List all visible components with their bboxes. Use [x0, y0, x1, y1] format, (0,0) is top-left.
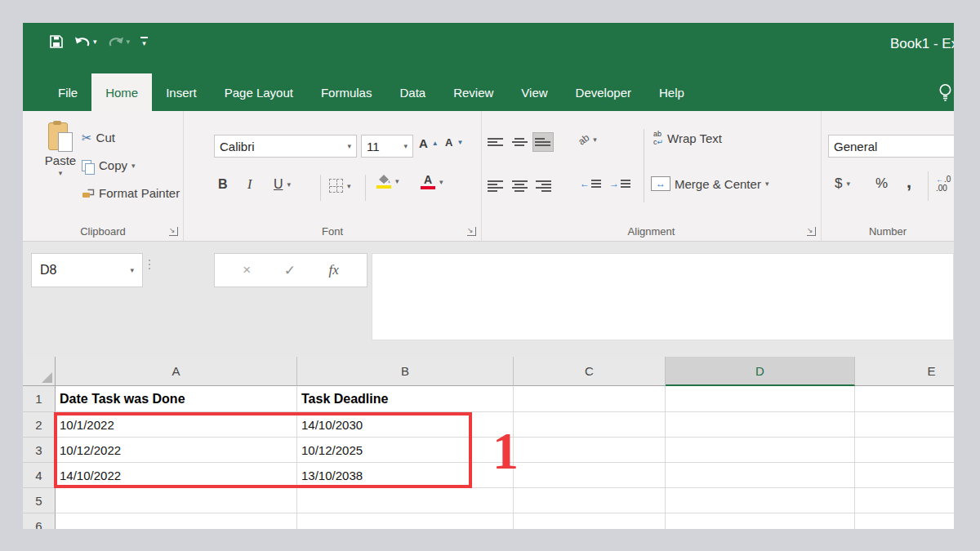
wrap-text-button[interactable]: ab c↵ Wrap Text: [653, 131, 722, 147]
tab-developer[interactable]: Developer: [562, 73, 645, 111]
col-header-d-selected[interactable]: D: [666, 357, 855, 386]
tab-page-layout[interactable]: Page Layout: [211, 73, 307, 111]
cell-e2[interactable]: [855, 412, 954, 438]
align-center-button[interactable]: [509, 176, 530, 196]
cell-c5[interactable]: [514, 488, 666, 513]
grow-font-button[interactable]: A▲: [419, 136, 439, 150]
col-header-c[interactable]: C: [514, 357, 666, 386]
tab-file[interactable]: File: [44, 73, 91, 111]
save-button[interactable]: [49, 34, 64, 49]
tab-data[interactable]: Data: [385, 73, 439, 111]
align-left-button[interactable]: [485, 176, 506, 196]
cell-a6[interactable]: [56, 513, 297, 529]
row-header-5[interactable]: 5: [23, 488, 56, 513]
percent-format-button[interactable]: %: [875, 176, 888, 192]
cell-a5[interactable]: [56, 488, 297, 513]
row-header-3[interactable]: 3: [23, 438, 56, 463]
paste-button[interactable]: Paste ▾: [34, 121, 87, 177]
tab-formulas[interactable]: Formulas: [307, 73, 386, 111]
comma-format-button[interactable]: ,: [906, 171, 911, 193]
cell-d2[interactable]: [666, 412, 855, 438]
row-header-1[interactable]: 1: [23, 386, 56, 412]
row-header-6[interactable]: 6: [23, 513, 56, 529]
select-all-corner[interactable]: [23, 357, 56, 386]
underline-button[interactable]: U ▾: [274, 177, 291, 192]
tab-insert[interactable]: Insert: [152, 73, 211, 111]
bottom-align-button[interactable]: [532, 132, 554, 152]
col-header-e[interactable]: E: [855, 357, 954, 386]
tab-home[interactable]: Home: [91, 73, 152, 111]
align-right-button[interactable]: [532, 176, 554, 196]
cell-c3[interactable]: [514, 438, 666, 463]
cell-b6[interactable]: [297, 513, 514, 529]
cell-b1[interactable]: Task Deadline: [297, 386, 514, 412]
enter-icon[interactable]: ✓: [284, 262, 296, 279]
increase-indent-button[interactable]: →: [609, 178, 630, 189]
orientation-icon: ab: [576, 131, 591, 147]
undo-button[interactable]: ▾: [74, 36, 97, 47]
cell-a4[interactable]: 14/10/2022: [56, 463, 297, 488]
cancel-icon[interactable]: ×: [243, 262, 251, 278]
name-box-resizer-icon[interactable]: [149, 260, 150, 269]
currency-format-button[interactable]: $ ▾: [835, 176, 850, 192]
cell-c1[interactable]: [514, 386, 666, 412]
bold-button[interactable]: B: [218, 177, 228, 192]
orientation-button[interactable]: ab ▾: [578, 134, 597, 145]
cell-c6[interactable]: [514, 513, 666, 529]
shrink-font-button[interactable]: A▼: [445, 136, 463, 149]
cell-b2[interactable]: 14/10/2030: [297, 412, 514, 438]
alignment-dialog-launcher-icon[interactable]: ↘: [807, 227, 816, 236]
cell-b3[interactable]: 10/12/2025: [297, 438, 514, 463]
cell-e3[interactable]: [855, 438, 954, 463]
cell-d1[interactable]: [666, 386, 855, 412]
cell-a2[interactable]: 10/1/2022: [56, 412, 297, 438]
cell-a3[interactable]: 10/12/2022: [56, 438, 297, 463]
clipboard-dialog-launcher-icon[interactable]: ↘: [169, 227, 178, 236]
tab-help[interactable]: Help: [645, 73, 698, 111]
cell-d3[interactable]: [666, 438, 855, 463]
merge-center-button[interactable]: ↔ Merge & Center ▾: [651, 176, 768, 191]
select-all-triangle-icon: [42, 372, 52, 383]
cell-b5[interactable]: [297, 488, 514, 513]
font-size-combo[interactable]: 11 ▾: [361, 135, 413, 158]
increase-decimal-button[interactable]: ←.0 .00: [936, 175, 951, 193]
customize-qat-button[interactable]: ▾: [140, 37, 148, 47]
cell-b4[interactable]: 13/10/2038: [297, 463, 514, 488]
tell-me-button[interactable]: [938, 83, 952, 105]
top-align-button[interactable]: [485, 132, 506, 152]
borders-button[interactable]: ▾: [329, 179, 351, 193]
name-box[interactable]: D8 ▾: [31, 253, 143, 287]
cell-e6[interactable]: [855, 513, 954, 529]
cell-e1[interactable]: [855, 386, 954, 412]
decrease-indent-button[interactable]: ←: [580, 178, 601, 189]
cut-button[interactable]: ✂ Cut: [82, 131, 115, 144]
cell-c2[interactable]: [514, 412, 666, 438]
tab-review[interactable]: Review: [439, 73, 507, 111]
formula-bar-input[interactable]: [372, 253, 954, 340]
font-dialog-launcher-icon[interactable]: ↘: [467, 227, 476, 236]
cell-a1[interactable]: Date Task was Done: [56, 386, 297, 412]
cell-d5[interactable]: [666, 488, 855, 513]
row-header-2[interactable]: 2: [23, 412, 56, 438]
cell-c4[interactable]: [514, 463, 666, 488]
tab-view[interactable]: View: [507, 73, 561, 111]
insert-function-icon[interactable]: fx: [328, 262, 338, 278]
name-box-caret-icon: ▾: [130, 266, 134, 274]
font-color-button[interactable]: A ▾: [421, 174, 443, 189]
font-family-combo[interactable]: Calibri ▾: [214, 135, 357, 158]
cell-e4[interactable]: [855, 463, 954, 488]
fill-color-button[interactable]: ▾: [376, 174, 399, 189]
col-header-a[interactable]: A: [56, 357, 297, 386]
col-header-b[interactable]: B: [297, 357, 514, 386]
middle-align-button[interactable]: [509, 132, 530, 152]
format-painter-button[interactable]: Format Painter: [82, 186, 180, 200]
cell-d4[interactable]: [666, 463, 855, 488]
cell-d6[interactable]: [666, 513, 855, 529]
number-format-combo[interactable]: General: [828, 135, 954, 158]
italic-button[interactable]: I: [247, 177, 252, 192]
redo-button[interactable]: ▾: [108, 36, 131, 47]
increase-indent-arrow-icon: →: [609, 178, 619, 189]
cell-e5[interactable]: [855, 488, 954, 513]
row-header-4[interactable]: 4: [23, 463, 56, 488]
copy-button[interactable]: Copy ▾: [82, 158, 136, 172]
